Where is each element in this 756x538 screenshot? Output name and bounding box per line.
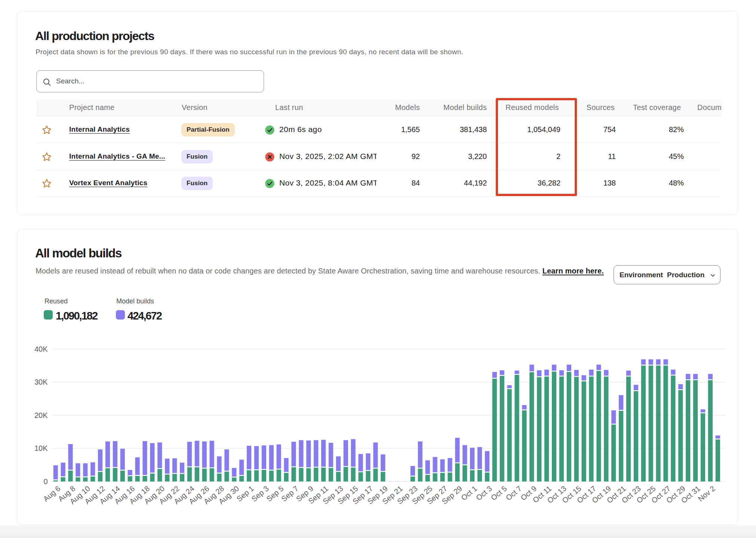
svg-text:Sep 3: Sep 3: [250, 484, 270, 503]
svg-text:Aug 6: Aug 6: [42, 484, 62, 503]
svg-text:30K: 30K: [34, 378, 48, 386]
svg-text:Sep 7: Sep 7: [280, 484, 300, 503]
svg-text:10K: 10K: [34, 444, 48, 452]
svg-text:Sep 1: Sep 1: [235, 484, 255, 503]
svg-text:Oct 1: Oct 1: [460, 484, 479, 502]
svg-text:Oct 5: Oct 5: [489, 484, 508, 502]
svg-text:Sep 5: Sep 5: [265, 484, 285, 503]
svg-text:0: 0: [43, 477, 47, 486]
svg-text:40K: 40K: [34, 345, 48, 353]
svg-text:Oct 3: Oct 3: [474, 484, 494, 502]
svg-text:20K: 20K: [34, 411, 48, 419]
svg-text:Oct 7: Oct 7: [504, 484, 523, 502]
svg-text:Nov 2: Nov 2: [697, 484, 717, 503]
